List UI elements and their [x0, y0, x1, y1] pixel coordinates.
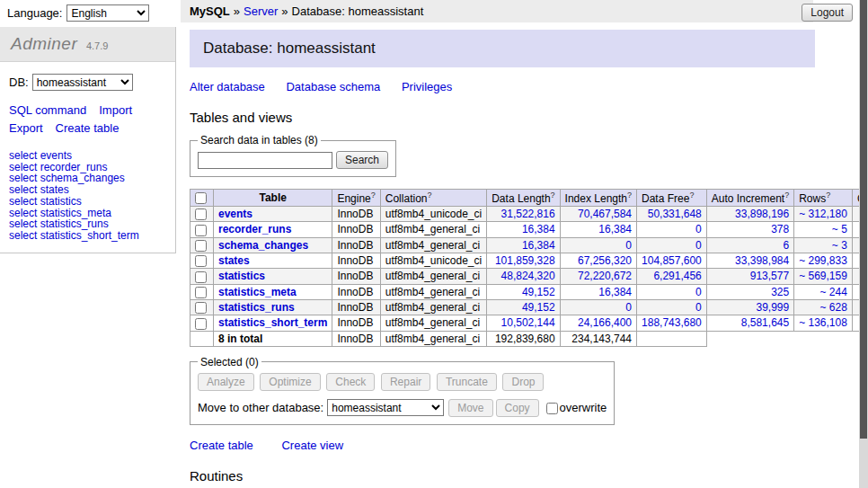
selected-action-button[interactable]: Truncate	[437, 373, 497, 391]
auto-increment-link[interactable]: 39,999	[756, 301, 789, 314]
index-length-link[interactable]: 24,166,400	[578, 316, 632, 329]
row-select-checkbox[interactable]	[195, 271, 207, 283]
language-select[interactable]: English	[66, 4, 149, 22]
auto-increment-link[interactable]: 325	[771, 286, 789, 298]
data-free-link[interactable]: 6,291,456	[653, 270, 701, 282]
adminer-version[interactable]: 4.7.9	[86, 40, 108, 51]
auto-increment-link[interactable]: 33,398,984	[735, 254, 789, 267]
create-link[interactable]: Create view	[281, 439, 343, 452]
rows-count-link[interactable]: ~ 244	[820, 286, 847, 298]
index-length-link[interactable]: 16,384	[598, 286, 632, 298]
data-free-link[interactable]: 50,331,648	[648, 208, 702, 220]
rows-count-link[interactable]: ~ 136,108	[799, 316, 847, 329]
auto-increment-link[interactable]: 6	[783, 239, 789, 252]
export-link[interactable]: Export	[9, 121, 43, 135]
table-name-link[interactable]: statistics_runs	[218, 301, 295, 314]
index-length-link[interactable]: 0	[625, 239, 632, 252]
data-free-link[interactable]: 0	[695, 223, 702, 235]
move-button[interactable]: Move	[448, 399, 492, 417]
sidebar-table-link[interactable]: select events	[9, 150, 166, 162]
table-name-link[interactable]: statistics_meta	[218, 286, 297, 298]
row-select-checkbox[interactable]	[195, 318, 207, 330]
table-name-cell: states	[214, 253, 332, 268]
table-name-link[interactable]: states	[218, 254, 250, 267]
database-action-link[interactable]: Privileges	[402, 80, 452, 93]
row-select-checkbox[interactable]	[195, 255, 207, 267]
table-name-link[interactable]: recorder_runs	[218, 223, 291, 235]
search-input[interactable]	[198, 152, 332, 169]
sql-command-link[interactable]: SQL command	[9, 103, 86, 117]
auto-increment-link[interactable]: 913,577	[750, 270, 789, 282]
selected-action-button[interactable]: Drop	[502, 373, 544, 391]
data-length-link[interactable]: 31,522,816	[501, 208, 555, 220]
data-length-link[interactable]: 49,152	[522, 286, 555, 298]
rows-count-link[interactable]: ~ 3	[832, 239, 847, 252]
overwrite-checkbox[interactable]	[546, 403, 558, 414]
data-free-link[interactable]: 0	[695, 239, 702, 252]
create-link[interactable]: Create table	[190, 439, 253, 452]
move-db-select[interactable]: homeassistant	[327, 399, 444, 416]
vertical-scrollbar[interactable]	[859, 0, 868, 488]
db-select[interactable]: homeassistant	[32, 74, 133, 91]
data-length-link[interactable]: 101,859,328	[495, 254, 555, 267]
index-length-link[interactable]: 16,384	[598, 223, 632, 235]
help-link[interactable]: ?	[371, 191, 376, 200]
data-free-link[interactable]: 0	[695, 301, 702, 314]
breadcrumb-mysql-link[interactable]: MySQL	[190, 4, 230, 18]
database-action-link[interactable]: Database schema	[286, 80, 380, 93]
data-free-link[interactable]: 188,743,680	[642, 316, 702, 329]
import-link[interactable]: Import	[99, 103, 132, 117]
row-select-checkbox[interactable]	[195, 225, 207, 236]
data-length-link[interactable]: 49,152	[522, 301, 555, 314]
table-name-link[interactable]: statistics	[218, 270, 265, 282]
row-select-checkbox[interactable]	[195, 302, 207, 314]
copy-button[interactable]: Copy	[496, 399, 539, 417]
data-free-link[interactable]: 0	[695, 286, 702, 298]
scrollbar-thumb[interactable]	[860, 0, 867, 439]
auto-increment-link[interactable]: 8,581,645	[741, 316, 789, 329]
help-link[interactable]: ?	[689, 191, 694, 200]
help-link[interactable]: ?	[784, 191, 789, 200]
auto-increment-link[interactable]: 33,898,196	[735, 208, 789, 220]
rows-count-link[interactable]: ~ 5	[832, 223, 847, 235]
rows-count-link[interactable]: ~ 569,159	[799, 270, 847, 282]
data-length-link[interactable]: 48,824,320	[501, 270, 555, 282]
rows-count-link[interactable]: ~ 299,833	[799, 254, 847, 267]
row-select-checkbox[interactable]	[195, 209, 207, 220]
help-link[interactable]: ?	[826, 191, 830, 200]
table-name-link[interactable]: schema_changes	[218, 239, 308, 252]
selected-action-button[interactable]: Analyze	[198, 373, 254, 391]
auto-increment-cell: 33,898,196	[706, 207, 793, 222]
database-action-link[interactable]: Alter database	[190, 80, 265, 93]
selected-action-button[interactable]: Check	[326, 373, 375, 391]
row-select-checkbox[interactable]	[195, 240, 207, 252]
row-select-checkbox[interactable]	[195, 287, 207, 298]
sidebar-table-link[interactable]: select statistics_short_term	[9, 230, 166, 242]
help-link[interactable]: ?	[427, 191, 431, 200]
select-all-checkbox[interactable]	[195, 192, 207, 204]
logout-button[interactable]: Logout	[802, 4, 853, 22]
auto-increment-link[interactable]: 378	[771, 223, 789, 235]
create-table-link[interactable]: Create table	[56, 121, 120, 135]
rows-count-link[interactable]: ~ 312,180	[799, 208, 847, 220]
help-link[interactable]: ?	[627, 191, 632, 200]
rows-count-link[interactable]: ~ 628	[820, 301, 847, 314]
data-length-link[interactable]: 16,384	[522, 239, 555, 252]
table-name-link[interactable]: events	[218, 208, 252, 220]
table-name-link[interactable]: statistics_short_term	[218, 316, 327, 329]
help-link[interactable]: ?	[551, 191, 555, 200]
index-length-link[interactable]: 0	[625, 301, 632, 314]
selected-action-button[interactable]: Repair	[381, 373, 430, 391]
data-free-link[interactable]: 104,857,600	[642, 254, 702, 267]
search-button[interactable]: Search	[336, 151, 388, 169]
index-length-link[interactable]: 67,256,320	[578, 254, 632, 267]
index-length-link[interactable]: 70,467,584	[578, 208, 632, 220]
adminer-logo[interactable]: Adminer	[11, 34, 77, 53]
sidebar-table-link[interactable]: select statistics	[9, 196, 166, 208]
sidebar-table-link[interactable]: select states	[9, 184, 166, 196]
breadcrumb-server-link[interactable]: Server	[244, 4, 278, 18]
data-length-link[interactable]: 10,502,144	[501, 316, 555, 329]
selected-action-button[interactable]: Optimize	[260, 373, 320, 391]
index-length-link[interactable]: 72,220,672	[578, 270, 632, 282]
data-length-link[interactable]: 16,384	[522, 223, 555, 235]
